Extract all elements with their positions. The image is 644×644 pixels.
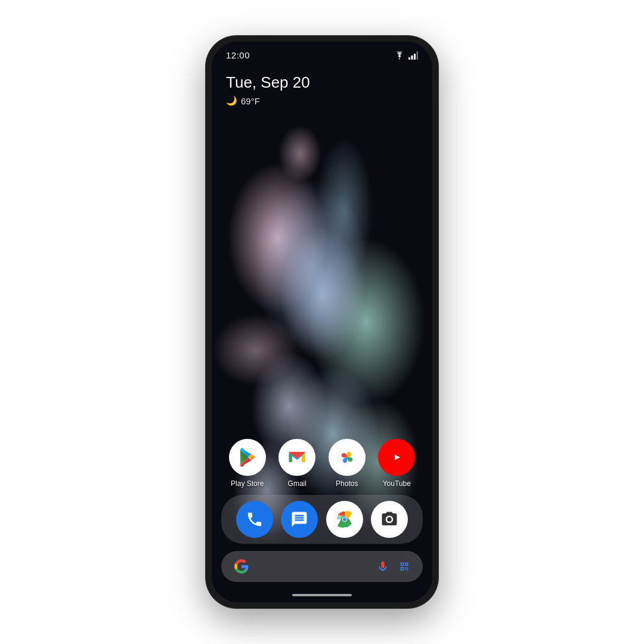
photos-label: Photos xyxy=(336,479,358,488)
gmail-icon[interactable] xyxy=(278,439,315,476)
messages-icon[interactable] xyxy=(281,501,318,538)
search-actions xyxy=(376,560,411,573)
app-item-photos[interactable]: Photos xyxy=(323,439,371,488)
app-item-phone[interactable] xyxy=(233,501,276,538)
app-item-camera[interactable] xyxy=(369,501,411,538)
temperature-display: 69°F xyxy=(241,96,260,106)
app-item-messages[interactable] xyxy=(278,501,321,538)
photos-icon[interactable] xyxy=(329,439,366,476)
status-bar: 12:00 xyxy=(212,42,432,64)
svg-rect-3 xyxy=(417,51,419,60)
status-icons xyxy=(394,51,418,60)
camera-icon[interactable] xyxy=(371,501,408,538)
svg-rect-2 xyxy=(414,54,416,60)
gmail-label: Gmail xyxy=(288,479,306,488)
play-store-icon[interactable] xyxy=(229,439,266,476)
google-lens-icon[interactable] xyxy=(398,560,411,573)
app-item-youtube[interactable]: YouTube xyxy=(373,439,421,488)
weather-row: 🌙 69°F xyxy=(226,95,418,106)
mic-icon[interactable] xyxy=(376,560,389,573)
chrome-icon[interactable] xyxy=(326,501,363,538)
play-store-label: Play Store xyxy=(231,479,264,488)
date-display: Tue, Sep 20 xyxy=(226,73,418,92)
screen-content: 12:00 xyxy=(212,42,432,602)
phone-app-icon[interactable] xyxy=(236,501,273,538)
signal-icon xyxy=(408,51,418,60)
phone-device: 12:00 xyxy=(206,36,438,608)
wifi-icon xyxy=(394,51,405,60)
svg-rect-1 xyxy=(411,55,413,60)
app-grid: Play Store xyxy=(212,434,432,488)
svg-point-9 xyxy=(343,518,346,521)
app-item-play-store[interactable]: Play Store xyxy=(224,439,271,488)
google-g-icon[interactable] xyxy=(233,558,250,575)
youtube-label: YouTube xyxy=(383,479,411,488)
date-weather-widget: Tue, Sep 20 🌙 69°F xyxy=(212,64,432,111)
home-indicator xyxy=(292,594,352,596)
youtube-icon[interactable] xyxy=(378,439,415,476)
dock xyxy=(221,495,423,544)
search-bar[interactable] xyxy=(221,551,423,582)
svg-point-10 xyxy=(388,517,392,522)
svg-rect-0 xyxy=(408,57,410,60)
app-item-chrome[interactable] xyxy=(323,501,366,538)
phone-screen: 12:00 xyxy=(212,42,432,602)
status-time: 12:00 xyxy=(226,50,250,60)
app-item-gmail[interactable]: Gmail xyxy=(274,439,321,488)
weather-icon: 🌙 xyxy=(226,95,237,106)
